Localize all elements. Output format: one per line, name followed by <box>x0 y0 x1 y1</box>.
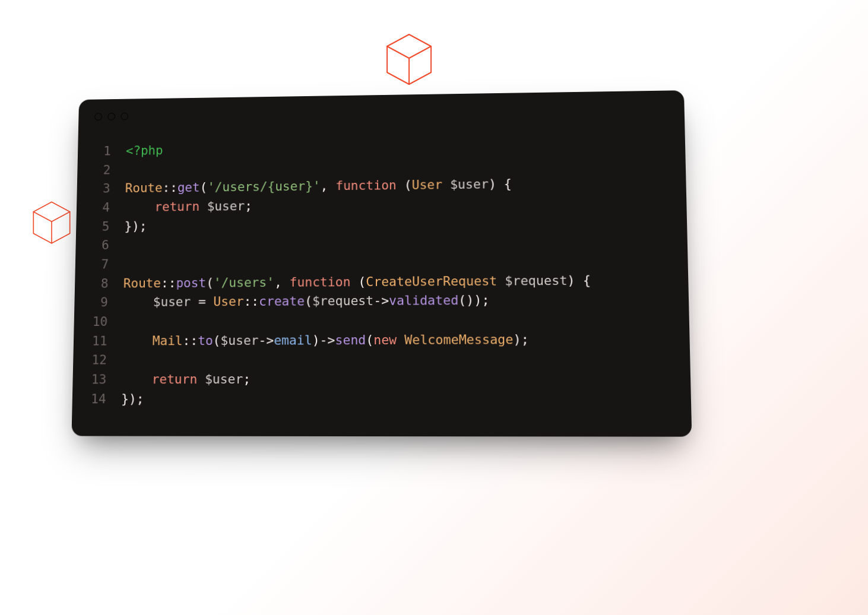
code-content <box>124 236 132 255</box>
code-token: ) { <box>489 176 512 191</box>
code-token: :: <box>161 275 176 290</box>
code-token: send <box>335 332 366 347</box>
code-token: Route <box>125 180 163 195</box>
code-token: , <box>321 179 336 194</box>
code-line: 14}); <box>72 389 691 409</box>
code-token: User <box>213 294 243 309</box>
code-token: get <box>178 180 200 195</box>
code-token: '/users' <box>214 275 274 290</box>
code-token: ) { <box>567 272 591 287</box>
code-token: User <box>412 177 443 192</box>
code-line: 9 $user = User::create($request->validat… <box>74 290 689 312</box>
code-token: to <box>198 333 213 348</box>
code-editor-window: 1<?php2 3Route::get('/users/{user}', fun… <box>71 90 692 437</box>
code-line: 10 <box>74 309 689 331</box>
code-line: 13 return $user; <box>72 369 690 389</box>
code-token: ( <box>350 274 366 289</box>
line-number: 5 <box>76 217 125 237</box>
code-token: :: <box>243 294 259 309</box>
code-token: create <box>259 294 305 309</box>
code-token: ); <box>513 332 529 347</box>
code-token <box>497 273 505 288</box>
code-content: Route::get('/users/{user}', function (Us… <box>125 175 512 198</box>
code-token: post <box>176 275 206 290</box>
line-number: 10 <box>74 312 123 332</box>
code-token: new <box>373 332 397 347</box>
line-number: 13 <box>72 370 122 389</box>
code-token: :: <box>162 180 178 195</box>
code-token: CreateUserRequest <box>366 273 497 289</box>
code-line: 12 <box>73 349 690 370</box>
line-number: 2 <box>77 160 126 180</box>
code-token <box>122 333 153 348</box>
code-token: <?php <box>126 143 163 158</box>
code-token: -> <box>258 332 274 347</box>
line-number: 3 <box>77 179 125 199</box>
code-token: ( <box>213 333 221 348</box>
code-token <box>199 199 207 214</box>
code-token: $user <box>153 294 191 309</box>
code-content: return $user; <box>121 370 251 389</box>
code-token: }); <box>121 391 144 406</box>
code-token: function <box>290 274 351 290</box>
line-number: 9 <box>74 293 123 313</box>
line-number: 6 <box>75 236 124 255</box>
code-token: )-> <box>312 332 335 347</box>
code-token: return <box>151 372 197 386</box>
code-token: $request <box>312 293 373 309</box>
line-number: 8 <box>75 274 123 294</box>
cube-icon <box>385 32 433 87</box>
code-token: -> <box>373 293 389 308</box>
code-content: }); <box>121 389 144 409</box>
code-content: }); <box>124 217 147 236</box>
code-token: $user <box>220 332 258 347</box>
code-token <box>122 372 152 386</box>
code-content: <?php <box>126 141 163 160</box>
code-token <box>123 294 153 309</box>
code-content: Route::post('/users', function (CreateUs… <box>123 271 591 293</box>
code-content: return $user; <box>125 196 252 217</box>
cube-icon <box>31 199 72 246</box>
line-number: 11 <box>74 331 123 351</box>
code-token: ( <box>305 294 312 309</box>
code-token: , <box>274 275 290 290</box>
code-token: email <box>274 332 312 347</box>
code-token: :: <box>182 333 198 348</box>
code-token: $user <box>207 199 245 214</box>
code-token <box>442 177 450 192</box>
line-number: 1 <box>78 142 126 161</box>
code-token <box>197 372 205 386</box>
code-content <box>122 351 129 370</box>
code-token: validated <box>389 293 458 308</box>
line-number: 12 <box>73 351 122 370</box>
window-close-icon[interactable] <box>94 113 102 121</box>
code-area: 1<?php2 3Route::get('/users/{user}', fun… <box>72 112 691 409</box>
code-token <box>125 199 155 214</box>
code-token: ; <box>243 372 251 386</box>
window-minimize-icon[interactable] <box>107 113 115 121</box>
code-token: ( <box>397 177 412 192</box>
code-token: Route <box>123 275 161 290</box>
line-number: 4 <box>77 198 125 218</box>
code-token: '/users/{user}' <box>207 179 321 195</box>
code-token: ( <box>366 332 373 347</box>
code-token: }); <box>124 218 147 233</box>
line-number: 7 <box>75 255 124 274</box>
code-content <box>125 160 133 179</box>
code-content <box>122 312 130 331</box>
code-content: Mail::to($user->email)->send(new Welcome… <box>122 330 529 351</box>
code-token <box>397 332 404 347</box>
code-content: $user = User::create($request->validated… <box>123 291 490 312</box>
code-content <box>123 255 131 274</box>
code-token: WelcomeMessage <box>404 332 513 347</box>
code-token: $user <box>205 372 243 386</box>
code-token: ; <box>245 198 252 213</box>
code-token: function <box>335 178 397 194</box>
line-number: 14 <box>72 389 121 409</box>
window-maximize-icon[interactable] <box>121 113 128 121</box>
code-token: return <box>154 199 199 214</box>
code-token: = <box>191 294 214 309</box>
code-token: ( <box>206 275 214 290</box>
code-token: ()); <box>458 293 489 308</box>
code-token: $user <box>450 177 489 192</box>
